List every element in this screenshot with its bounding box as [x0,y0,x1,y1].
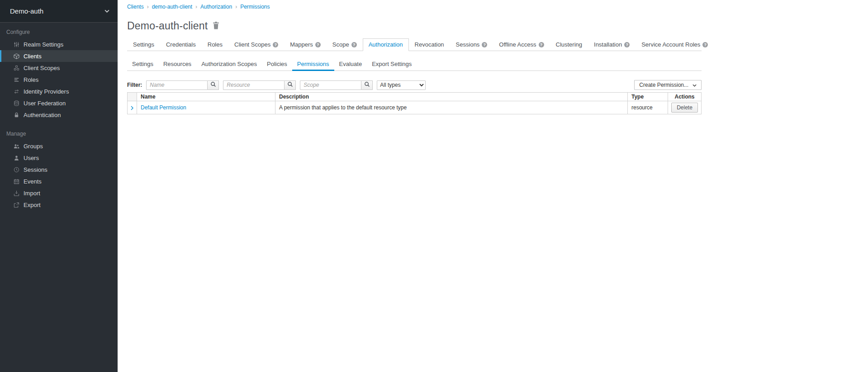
app-window: Demo-auth Configure Realm Settings Clien… [0,0,868,372]
name-search-button[interactable] [208,80,219,90]
help-icon[interactable] [315,42,321,47]
delete-client-button[interactable] [213,22,219,31]
type-filter-select[interactable]: All types [377,80,426,90]
tab-offline-access[interactable]: Offline Access [493,38,550,51]
cube-icon [13,53,20,59]
permission-description: A permission that applies to the default… [275,101,628,114]
sidebar-item-label: Events [24,178,42,185]
tab-client-scopes[interactable]: Client Scopes [228,38,284,51]
resource-filter-input[interactable] [223,80,285,90]
exchange-arrows-icon [13,89,20,94]
permissions-table: Name Description Type Actions Default Pe… [127,92,702,114]
resource-search-button[interactable] [285,80,296,90]
sidebar-item-user-federation[interactable]: User Federation [0,97,118,109]
tab-clustering[interactable]: Clustering [550,38,588,51]
search-icon [287,81,293,89]
subtab-resources[interactable]: Resources [158,58,196,71]
subtab-settings[interactable]: Settings [127,58,158,71]
sidebar-item-client-scopes[interactable]: Client Scopes [0,62,118,74]
sidebar-item-roles[interactable]: Roles [0,74,118,85]
help-icon[interactable] [702,42,708,47]
sidebar-item-label: Import [24,190,40,197]
clock-icon [13,167,20,173]
scope-search-button[interactable] [361,80,373,90]
main-content: Clients › demo-auth-client › Authorizati… [118,0,868,372]
sidebar-item-import[interactable]: Import [0,187,118,199]
chevron-down-icon [693,82,697,88]
sidebar-item-identity-providers[interactable]: Identity Providers [0,85,118,97]
export-icon [13,202,20,208]
subtab-permissions[interactable]: Permissions [292,58,334,71]
realm-switcher[interactable]: Demo-auth [0,0,118,23]
help-icon[interactable] [624,42,630,47]
help-icon[interactable] [273,42,278,47]
name-column-header: Name [137,93,275,101]
cubes-icon [13,65,20,71]
breadcrumb-permissions[interactable]: Permissions [240,4,270,10]
tab-scope[interactable]: Scope [327,38,363,51]
import-icon [13,190,20,196]
sidebar-item-label: Identity Providers [24,88,69,95]
tab-revocation[interactable]: Revocation [409,38,450,51]
tab-mappers[interactable]: Mappers [284,38,327,51]
sidebar-item-events[interactable]: Events [0,175,118,187]
tab-authorization[interactable]: Authorization [363,38,409,51]
name-filter-input[interactable] [146,80,208,90]
sidebar-item-export[interactable]: Export [0,199,118,211]
sidebar-item-authentication[interactable]: Authentication [0,109,118,121]
tab-service-account-roles[interactable]: Service Account Roles [636,38,714,51]
type-column-header: Type [628,93,668,101]
sidebar: Demo-auth Configure Realm Settings Clien… [0,0,118,372]
sidebar-item-label: Users [24,155,39,161]
filter-toolbar: Filter: All types [127,80,702,90]
breadcrumb-clients[interactable]: Clients [127,4,144,10]
help-icon[interactable] [351,42,357,47]
sidebar-item-realm-settings[interactable]: Realm Settings [0,38,118,50]
subtab-policies[interactable]: Policies [262,58,292,71]
realm-name: Demo-auth [10,7,43,15]
sidebar-item-label: Export [24,202,41,208]
tab-installation[interactable]: Installation [588,38,636,51]
actions-column-header: Actions [668,93,702,101]
scope-filter-input[interactable] [300,80,361,90]
sidebar-item-label: Realm Settings [24,41,63,48]
sidebar-item-label: Sessions [24,166,47,173]
search-icon [364,81,370,89]
sidebar-item-clients[interactable]: Clients [0,50,118,62]
sidebar-item-label: Roles [24,76,38,83]
user-icon [13,155,20,161]
sidebar-item-label: Groups [24,143,43,150]
sliders-icon [13,42,20,47]
breadcrumb-authorization[interactable]: Authorization [200,4,232,10]
breadcrumb-separator-icon: › [144,4,152,10]
lock-icon [13,112,20,118]
table-header-row: Name Description Type Actions [128,93,702,101]
sidebar-nav: Configure Realm Settings Clients Client … [0,23,118,211]
users-group-icon [13,143,20,149]
subtab-export-settings[interactable]: Export Settings [367,58,417,71]
tab-sessions[interactable]: Sessions [450,38,493,51]
filter-label: Filter: [127,82,142,88]
sidebar-item-sessions[interactable]: Sessions [0,164,118,175]
tab-credentials[interactable]: Credentials [160,38,202,51]
tab-settings[interactable]: Settings [127,38,160,51]
sidebar-item-groups[interactable]: Groups [0,140,118,152]
list-icon [13,77,20,83]
search-icon [210,81,216,89]
subtab-evaluate[interactable]: Evaluate [334,58,367,71]
help-icon[interactable] [482,42,487,47]
help-icon[interactable] [539,42,544,47]
client-tabs: Settings Credentials Roles Client Scopes… [127,38,702,51]
sidebar-item-label: Clients [24,53,42,60]
breadcrumb-client[interactable]: demo-auth-client [152,4,192,10]
create-permission-button[interactable]: Create Permission... [634,80,702,90]
database-icon [13,100,20,106]
table-row: Default Permission A permission that app… [128,101,702,114]
row-expand-toggle[interactable] [128,101,137,114]
sidebar-item-users[interactable]: Users [0,152,118,164]
sidebar-item-label: Client Scopes [24,65,60,71]
permission-name-link[interactable]: Default Permission [141,104,186,111]
delete-permission-button[interactable]: Delete [671,103,698,113]
subtab-authorization-scopes[interactable]: Authorization Scopes [196,58,262,71]
tab-roles[interactable]: Roles [202,38,228,51]
